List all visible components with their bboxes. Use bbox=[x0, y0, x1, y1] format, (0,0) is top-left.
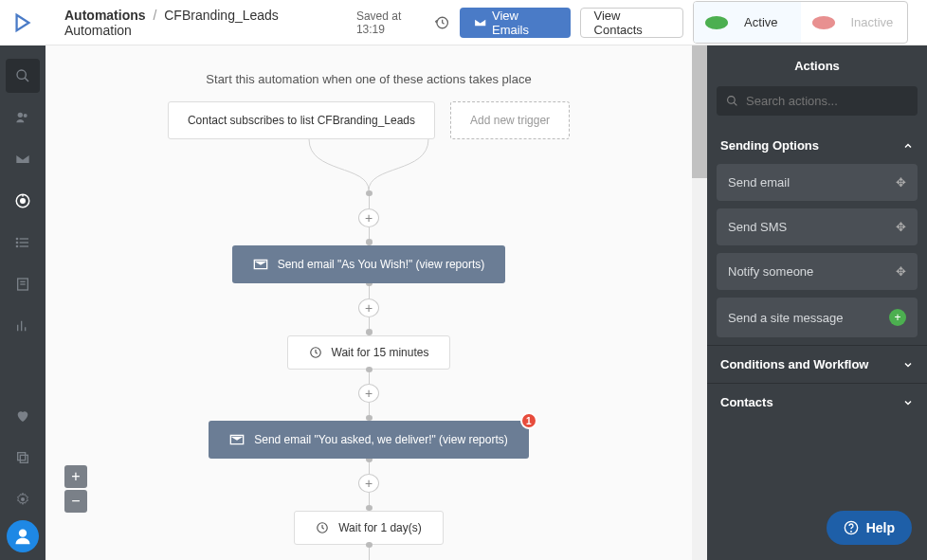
chevron-down-icon bbox=[902, 359, 914, 370]
nav-automations[interactable] bbox=[6, 184, 40, 218]
mail-icon bbox=[474, 16, 486, 29]
nav-campaigns[interactable] bbox=[6, 142, 40, 176]
view-contacts-button[interactable]: View Contacts bbox=[580, 8, 684, 38]
svg-point-28 bbox=[850, 532, 851, 533]
svg-point-5 bbox=[21, 199, 26, 204]
nav-reports[interactable] bbox=[6, 309, 40, 343]
svg-line-1 bbox=[25, 78, 28, 81]
nav-contacts[interactable] bbox=[6, 100, 40, 135]
mail-icon bbox=[253, 257, 268, 272]
zoom-in-button[interactable]: + bbox=[64, 465, 87, 488]
svg-point-0 bbox=[17, 70, 26, 79]
connector-merge bbox=[227, 139, 511, 190]
move-icon: ✥ bbox=[896, 264, 906, 279]
action-notify[interactable]: Notify someone✥ bbox=[717, 253, 918, 290]
email-node[interactable]: 1 Send email "You asked, we deliver!" (v… bbox=[209, 421, 529, 459]
move-icon: ✥ bbox=[896, 175, 906, 190]
chevron-up-icon bbox=[902, 140, 914, 152]
breadcrumb: Automations / CFBranding_Leads Automatio… bbox=[64, 8, 337, 38]
help-icon bbox=[844, 520, 859, 535]
add-step-button[interactable]: + bbox=[358, 384, 379, 403]
zoom-out-button[interactable]: − bbox=[64, 490, 87, 513]
scrollbar-track[interactable] bbox=[692, 45, 707, 560]
nav-forms[interactable] bbox=[6, 267, 40, 301]
move-icon: ✥ bbox=[896, 220, 906, 234]
search-icon bbox=[726, 95, 738, 107]
app-logo[interactable] bbox=[0, 0, 45, 45]
section-contacts[interactable]: Contacts bbox=[707, 383, 927, 421]
action-send-sms[interactable]: Send SMS✥ bbox=[717, 208, 918, 245]
flow-start-label: Start this automation when one of these … bbox=[206, 72, 531, 86]
status-inactive[interactable]: Inactive bbox=[801, 2, 909, 43]
clock-icon bbox=[309, 346, 322, 359]
mail-icon bbox=[229, 432, 245, 447]
add-trigger-node[interactable]: Add new trigger bbox=[450, 101, 570, 139]
nav-search[interactable] bbox=[6, 59, 40, 93]
nav-copy[interactable] bbox=[6, 441, 40, 475]
breadcrumb-root[interactable]: Automations bbox=[64, 8, 146, 23]
search-input[interactable] bbox=[746, 94, 908, 108]
svg-point-10 bbox=[16, 242, 17, 243]
svg-point-2 bbox=[18, 113, 23, 117]
scrollbar-thumb[interactable] bbox=[692, 45, 707, 178]
svg-point-3 bbox=[24, 114, 27, 117]
action-site-message[interactable]: Send a site message+ bbox=[717, 298, 918, 337]
trigger-node[interactable]: Contact subscribes to list CFBranding_Le… bbox=[168, 101, 435, 139]
user-avatar[interactable] bbox=[7, 520, 39, 552]
nav-favorites[interactable] bbox=[6, 399, 40, 433]
panel-search[interactable] bbox=[717, 86, 918, 116]
nav-settings[interactable] bbox=[6, 482, 40, 516]
action-send-email[interactable]: Send email✥ bbox=[717, 164, 918, 201]
svg-point-21 bbox=[19, 530, 27, 537]
svg-point-11 bbox=[16, 245, 17, 246]
clock-icon bbox=[316, 521, 329, 534]
email-node[interactable]: Send email "As You Wish!" (view reports) bbox=[232, 245, 506, 283]
panel-title: Actions bbox=[707, 45, 927, 86]
help-button[interactable]: Help bbox=[827, 511, 912, 545]
view-emails-button[interactable]: View Emails bbox=[460, 8, 571, 38]
nav-lists[interactable] bbox=[6, 226, 40, 260]
wait-node[interactable]: Wait for 1 day(s) bbox=[294, 511, 444, 545]
history-icon[interactable] bbox=[435, 15, 449, 30]
status-active[interactable]: Active bbox=[694, 2, 800, 43]
saved-timestamp: Saved at 13:19 bbox=[356, 9, 450, 36]
svg-rect-18 bbox=[20, 455, 27, 462]
automation-canvas[interactable]: Start this automation when one of these … bbox=[45, 45, 707, 560]
svg-point-25 bbox=[728, 97, 736, 104]
add-step-button[interactable]: + bbox=[358, 298, 379, 317]
svg-rect-19 bbox=[18, 453, 26, 461]
add-step-button[interactable]: + bbox=[358, 208, 379, 227]
svg-point-20 bbox=[21, 497, 25, 501]
wait-node[interactable]: Wait for 15 minutes bbox=[287, 335, 451, 370]
notification-badge[interactable]: 1 bbox=[520, 412, 537, 429]
add-step-button[interactable]: + bbox=[358, 474, 379, 493]
section-sending-options[interactable]: Sending Options bbox=[707, 127, 927, 164]
svg-line-26 bbox=[734, 102, 736, 105]
chevron-down-icon bbox=[902, 397, 914, 408]
plus-icon: + bbox=[889, 309, 906, 326]
section-conditions[interactable]: Conditions and Workflow bbox=[707, 345, 927, 383]
status-toggle[interactable]: Active Inactive bbox=[693, 1, 908, 44]
svg-point-9 bbox=[16, 238, 17, 239]
